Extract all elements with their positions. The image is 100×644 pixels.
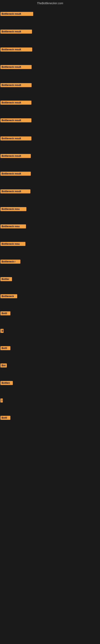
bottleneck-badge-12: Bottleneck resu (0, 207, 26, 211)
result-row-8: Bottleneck result (0, 136, 31, 141)
bottleneck-badge-14: Bottleneck resu (0, 242, 25, 246)
bottleneck-badge-21: Bot (0, 364, 7, 368)
bottleneck-badge-1: Bottleneck result (0, 12, 33, 16)
result-row-2: Bottleneck result (0, 30, 32, 34)
result-row-15: Bottleneck r (0, 260, 20, 264)
bottleneck-badge-16: Bottler (0, 277, 12, 281)
result-row-21: Bot (0, 364, 7, 368)
result-row-16: Bottler (0, 277, 12, 282)
page-wrapper: TheBottlenecker.com Bottleneck resultBot… (0, 0, 100, 644)
bottleneck-badge-11: Bottleneck result (0, 190, 30, 194)
result-row-11: Bottleneck result (0, 190, 30, 194)
result-row-4: Bottleneck result (0, 65, 32, 70)
result-row-1: Bottleneck result (0, 12, 33, 17)
result-row-22: Bottlen (0, 381, 13, 386)
bottleneck-badge-5: Bottleneck result (0, 83, 32, 87)
bottleneck-badge-23: I (0, 398, 3, 402)
site-title: TheBottlenecker.com (0, 0, 100, 6)
result-row-9: Bottleneck result (0, 154, 31, 159)
result-row-10: Bottleneck result (0, 172, 31, 176)
result-row-17: Bottleneck (0, 294, 17, 299)
result-row-23: I (0, 398, 3, 403)
bottleneck-badge-13: Bottleneck resu (0, 224, 26, 228)
result-row-19: B (0, 329, 3, 334)
bottleneck-badge-19: B (0, 329, 3, 333)
result-row-5: Bottleneck result (0, 83, 32, 88)
bottleneck-badge-2: Bottleneck result (0, 30, 32, 34)
result-row-3: Bottleneck result (0, 48, 32, 52)
result-row-20: Bottl (0, 346, 10, 351)
bottleneck-badge-10: Bottleneck result (0, 172, 31, 176)
result-row-12: Bottleneck resu (0, 207, 26, 212)
bottleneck-badge-24: Bottl (0, 416, 10, 420)
result-row-24: Bottl (0, 416, 10, 420)
bottleneck-badge-22: Bottlen (0, 381, 13, 385)
bottleneck-badge-6: Bottleneck result (0, 100, 31, 105)
bottleneck-badge-20: Bottl (0, 346, 10, 350)
result-row-14: Bottleneck resu (0, 242, 25, 247)
result-row-13: Bottleneck resu (0, 224, 26, 229)
bottleneck-badge-17: Bottleneck (0, 294, 17, 298)
bottleneck-badge-4: Bottleneck result (0, 65, 32, 69)
bottleneck-badge-3: Bottleneck result (0, 48, 32, 52)
bottleneck-badge-15: Bottleneck r (0, 260, 20, 264)
bottleneck-badge-8: Bottleneck result (0, 136, 31, 140)
bottleneck-badge-9: Bottleneck result (0, 154, 31, 158)
results-container: Bottleneck resultBottleneck resultBottle… (0, 6, 100, 642)
bottleneck-badge-7: Bottleneck result (0, 118, 31, 122)
bottleneck-badge-18: Bottl (0, 311, 10, 315)
result-row-18: Bottl (0, 311, 10, 316)
result-row-7: Bottleneck result (0, 118, 31, 123)
result-row-6: Bottleneck result (0, 100, 31, 106)
